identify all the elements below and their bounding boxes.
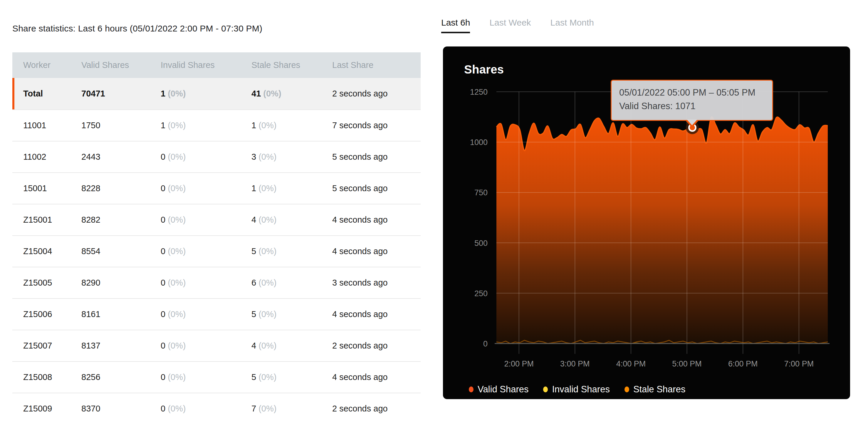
cell-last-share: 4 seconds ago (332, 247, 421, 256)
cell-last-share: 2 seconds ago (332, 341, 421, 350)
invalid-shares-dot-icon (543, 387, 548, 392)
tooltip-value: Valid Shares: 1071 (619, 100, 765, 113)
cell-stale-shares: 4 (0%) (251, 215, 332, 225)
cell-worker: 11001 (23, 121, 81, 130)
valid-shares-area (496, 117, 828, 343)
table-row-11001: 1100117501 (0%)1 (0%)7 seconds ago (12, 109, 421, 141)
y-axis-tick-label: 0 (483, 339, 488, 348)
cell-valid-shares: 8137 (81, 341, 161, 350)
cell-last-share: 5 seconds ago (332, 183, 421, 193)
cell-stale-shares: 7 (0%) (251, 404, 332, 414)
invalid-percent: (0%) (165, 278, 186, 287)
invalid-percent: (0%) (165, 404, 186, 413)
stale-percent: (0%) (256, 247, 276, 256)
cell-valid-shares: 8161 (81, 309, 161, 319)
stale-percent: (0%) (256, 309, 276, 319)
x-axis-tick-label: 7:00 PM (784, 360, 814, 368)
chart-tooltip: 05/01/2022 05:00 PM – 05:05 PM Valid Sha… (611, 80, 773, 121)
invalid-percent: (0%) (165, 341, 186, 350)
cell-valid-shares: 1750 (81, 121, 161, 130)
cell-worker: Z15009 (23, 404, 81, 414)
tab-last-week[interactable]: Last Week (489, 18, 531, 33)
x-axis-tick-label: 3:00 PM (560, 360, 590, 368)
cell-worker: Z15005 (23, 278, 81, 288)
y-axis-tick-label: 500 (474, 239, 488, 248)
cell-worker: 11002 (23, 152, 81, 162)
y-axis-tick-label: 750 (474, 188, 488, 197)
cell-last-share: 2 seconds ago (332, 404, 421, 414)
cell-valid-shares: 8256 (81, 372, 161, 382)
stale-percent: (0%) (256, 215, 276, 224)
cell-valid-shares: 8282 (81, 215, 161, 225)
stale-percent: (0%) (256, 152, 276, 162)
chart-legend: Valid Shares Invalid Shares Stale Shares (469, 384, 685, 395)
cell-last-share: 5 seconds ago (332, 152, 421, 162)
table-row-total: Total 70471 1 (0%) 41 (0%) 2 seconds ago (12, 78, 421, 109)
cell-invalid-shares: 0 (0%) (161, 215, 251, 225)
legend-item-invalid-shares[interactable]: Invalid Shares (543, 384, 610, 395)
cell-invalid-shares: 0 (0%) (161, 341, 251, 350)
time-range-tabs: Last 6h Last Week Last Month (441, 18, 594, 33)
cell-stale-shares: 5 (0%) (251, 309, 332, 319)
cell-last-share: 4 seconds ago (332, 309, 421, 319)
y-axis-tick-label: 250 (474, 289, 488, 298)
legend-item-valid-shares[interactable]: Valid Shares (469, 384, 528, 395)
x-axis-tick-label: 6:00 PM (728, 360, 758, 368)
stale-percent: (0%) (256, 278, 276, 287)
cell-worker: Z15006 (23, 309, 81, 319)
cell-stale-shares: 3 (0%) (251, 152, 332, 162)
cell-worker: Z15001 (23, 215, 81, 225)
cell-worker: Z15008 (23, 372, 81, 382)
y-axis-tick-label: 1000 (470, 138, 488, 147)
cell-stale-shares: 6 (0%) (251, 278, 332, 288)
legend-item-stale-shares[interactable]: Stale Shares (624, 384, 686, 395)
col-header-last-share: Last Share (332, 60, 421, 70)
invalid-percent: (0%) (165, 372, 186, 382)
table-row-z15007: Z1500781370 (0%)4 (0%)2 seconds ago (12, 330, 421, 361)
table-body: 1100117501 (0%)1 (0%)7 seconds ago110022… (12, 109, 421, 424)
cell-valid-shares: 2443 (81, 152, 161, 162)
invalid-percent: (0%) (165, 89, 186, 98)
cell-stale-shares: 4 (0%) (251, 341, 332, 350)
cell-invalid-shares: 1 (0%) (161, 121, 251, 130)
x-axis-tick-label: 2:00 PM (504, 360, 534, 368)
stale-percent: (0%) (256, 183, 276, 193)
tab-last-month[interactable]: Last Month (551, 18, 594, 33)
cell-worker: 15001 (23, 183, 81, 193)
valid-shares-dot-icon (469, 387, 473, 392)
invalid-percent: (0%) (165, 183, 186, 193)
stale-percent: (0%) (261, 89, 281, 98)
cell-stale-shares: 41 (0%) (251, 89, 332, 98)
share-statistics-title: Share statistics: Last 6 hours (05/01/20… (12, 24, 262, 33)
cell-last-share: 4 seconds ago (332, 372, 421, 382)
cell-invalid-shares: 0 (0%) (161, 372, 251, 382)
x-axis-tick-label: 5:00 PM (672, 360, 702, 368)
y-axis-tick-label: 1250 (470, 88, 488, 96)
cell-invalid-shares: 0 (0%) (161, 183, 251, 193)
cell-invalid-shares: 0 (0%) (161, 247, 251, 256)
cell-last-share: 2 seconds ago (332, 89, 421, 98)
col-header-valid-shares: Valid Shares (81, 60, 161, 70)
invalid-percent: (0%) (165, 152, 186, 162)
table-row-z15005: Z1500582900 (0%)6 (0%)3 seconds ago (12, 267, 421, 298)
table-row-z15001: Z1500182820 (0%)4 (0%)4 seconds ago (12, 204, 421, 235)
stale-percent: (0%) (256, 121, 276, 130)
invalid-percent: (0%) (165, 121, 186, 130)
stale-percent: (0%) (256, 404, 276, 413)
cell-last-share: 4 seconds ago (332, 215, 421, 225)
col-header-invalid-shares: Invalid Shares (161, 60, 251, 70)
invalid-percent: (0%) (165, 309, 186, 319)
cell-invalid-shares: 0 (0%) (161, 309, 251, 319)
table-row-z15009: Z1500983700 (0%)7 (0%)2 seconds ago (12, 393, 421, 424)
tab-last-6h[interactable]: Last 6h (441, 18, 470, 33)
cell-invalid-shares: 1 (0%) (161, 89, 251, 98)
cell-worker: Total (23, 89, 81, 98)
cell-worker: Z15007 (23, 341, 81, 350)
cell-valid-shares: 70471 (81, 89, 161, 98)
cell-invalid-shares: 0 (0%) (161, 278, 251, 288)
cell-last-share: 7 seconds ago (332, 121, 421, 130)
cell-stale-shares: 1 (0%) (251, 121, 332, 130)
x-axis-tick-label: 4:00 PM (616, 360, 646, 368)
cell-valid-shares: 8554 (81, 247, 161, 256)
cell-invalid-shares: 0 (0%) (161, 152, 251, 162)
